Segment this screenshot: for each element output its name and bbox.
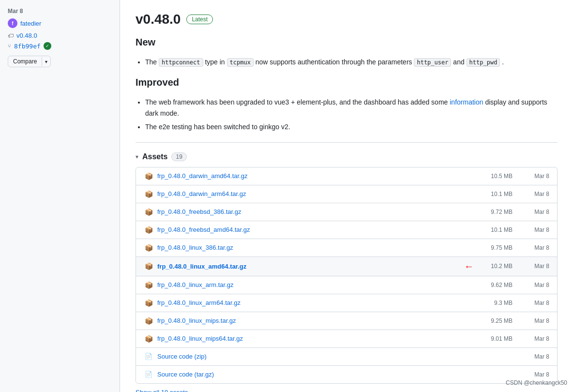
show-all-assets-link[interactable]: Show all 19 assets — [136, 389, 188, 392]
archive-icon-6: 📦 — [144, 280, 153, 290]
source-date-0: Mar 8 — [520, 353, 549, 360]
archive-icon-9: 📦 — [144, 334, 153, 344]
compare-button[interactable]: Compare ▾ — [8, 56, 51, 67]
asset-size-1: 10.1 MB — [474, 191, 513, 197]
improved-item-2: The e2e testing has been switched to gin… — [145, 121, 558, 132]
tcpmux-code: tcpmux — [227, 58, 254, 67]
assets-toggle[interactable]: ▾ — [136, 153, 138, 160]
asset-size-9: 9.01 MB — [474, 335, 513, 342]
compare-arrow: ▾ — [42, 57, 50, 66]
release-title-row: v0.48.0 Latest — [136, 12, 558, 27]
httpconnect-code: httpconnect — [159, 58, 203, 67]
new-item-and: and — [453, 58, 466, 66]
asset-row-7: 📦 frp_0.48.0_linux_arm64.tar.gz 9.3 MB M… — [136, 294, 557, 312]
asset-row-8: 📦 frp_0.48.0_linux_mips.tar.gz 9.25 MB M… — [136, 312, 557, 330]
tag-icon: 🏷 — [8, 32, 14, 39]
asset-link-8[interactable]: frp_0.48.0_linux_mips.tar.gz — [157, 317, 474, 324]
asset-date-0: Mar 8 — [520, 173, 549, 180]
archive-icon-8: 📦 — [144, 316, 153, 326]
new-item-1: The httpconnect type in tcpmux now suppo… — [145, 57, 558, 67]
sidebar: Mar 8 f fatedier 🏷 v0.48.0 ⑂ 8fb99ef ✓ C… — [0, 0, 120, 392]
asset-size-6: 9.62 MB — [474, 282, 513, 288]
source-date-1: Mar 8 — [520, 371, 549, 378]
asset-row-2: 📦 frp_0.48.0_freebsd_386.tar.gz 9.72 MB … — [136, 203, 557, 221]
new-item-prefix: The — [145, 58, 159, 66]
red-arrow-indicator: ← — [464, 261, 474, 272]
asset-size-5: 10.2 MB — [474, 263, 513, 270]
improved-heading: Improved — [136, 77, 558, 91]
commit-row: ⑂ 8fb99ef ✓ — [8, 42, 112, 50]
new-item-end: . — [502, 58, 504, 66]
assets-header: ▾ Assets 19 — [136, 152, 558, 161]
asset-link-2[interactable]: frp_0.48.0_freebsd_386.tar.gz — [157, 208, 474, 215]
assets-table: 📦 frp_0.48.0_darwin_amd64.tar.gz 10.5 MB… — [136, 167, 558, 384]
asset-size-0: 10.5 MB — [474, 173, 513, 180]
tag-link[interactable]: v0.48.0 — [16, 32, 37, 39]
asset-link-6[interactable]: frp_0.48.0_linux_arm.tar.gz — [157, 281, 474, 288]
asset-date-3: Mar 8 — [520, 226, 549, 233]
compare-label: Compare — [8, 56, 42, 67]
source-link-1[interactable]: Source code (tar.gz) — [157, 371, 474, 378]
commit-link[interactable]: 8fb99ef — [14, 43, 41, 50]
asset-date-1: Mar 8 — [520, 191, 549, 197]
divider — [136, 142, 558, 143]
asset-link-0[interactable]: frp_0.48.0_darwin_amd64.tar.gz — [157, 172, 474, 180]
asset-row-3: 📦 frp_0.48.0_freebsd_amd64.tar.gz 10.1 M… — [136, 221, 557, 239]
archive-icon-3: 📦 — [144, 225, 153, 235]
username-link[interactable]: fatedier — [20, 20, 41, 27]
sidebar-user: f fatedier — [8, 18, 112, 28]
info-link[interactable]: information — [450, 98, 483, 106]
asset-link-3[interactable]: frp_0.48.0_freebsd_amd64.tar.gz — [157, 226, 474, 233]
asset-size-4: 9.75 MB — [474, 244, 513, 251]
new-item-suffix: now supports authentication through the … — [256, 58, 414, 66]
sidebar-tag-row: 🏷 v0.48.0 — [8, 32, 112, 39]
asset-size-2: 9.72 MB — [474, 209, 513, 215]
asset-link-4[interactable]: frp_0.48.0_linux_386.tar.gz — [157, 244, 474, 251]
http-pwd-code: http_pwd — [467, 58, 500, 67]
asset-size-3: 10.1 MB — [474, 226, 513, 233]
http-user-code: http_user — [414, 58, 451, 67]
archive-icon-4: 📦 — [144, 243, 153, 253]
assets-count: 19 — [171, 152, 186, 161]
asset-link-7[interactable]: frp_0.48.0_linux_arm64.tar.gz — [157, 299, 474, 306]
asset-link-5[interactable]: frp_0.48.0_linux_amd64.tar.gz — [157, 263, 460, 270]
archive-icon-1: 📦 — [144, 189, 153, 199]
archive-icon-5: 📦 — [144, 261, 153, 271]
source-row-1: 📄 Source code (tar.gz) Mar 8 — [136, 366, 557, 383]
new-item-middle: type in — [205, 58, 226, 66]
asset-link-1[interactable]: frp_0.48.0_darwin_arm64.tar.gz — [157, 190, 474, 197]
asset-date-6: Mar 8 — [520, 282, 549, 288]
sidebar-date: Mar 8 — [8, 8, 112, 15]
asset-date-8: Mar 8 — [520, 317, 549, 324]
verified-badge: ✓ — [44, 42, 51, 50]
archive-icon-2: 📦 — [144, 207, 153, 217]
source-row-0: 📄 Source code (zip) Mar 8 — [136, 348, 557, 366]
source-link-0[interactable]: Source code (zip) — [157, 353, 474, 360]
new-list: The httpconnect type in tcpmux now suppo… — [136, 57, 558, 67]
asset-row-0: 📦 frp_0.48.0_darwin_amd64.tar.gz 10.5 MB… — [136, 167, 557, 185]
asset-row-9: 📦 frp_0.48.0_linux_mips64.tar.gz 9.01 MB… — [136, 330, 557, 348]
latest-badge: Latest — [186, 15, 213, 24]
asset-date-2: Mar 8 — [520, 209, 549, 215]
source-icon-0: 📄 — [144, 352, 153, 362]
commit-icon: ⑂ — [8, 43, 11, 49]
asset-row-4: 📦 frp_0.48.0_linux_386.tar.gz 9.75 MB Ma… — [136, 239, 557, 257]
asset-row-1: 📦 frp_0.48.0_darwin_arm64.tar.gz 10.1 MB… — [136, 185, 557, 203]
main-content: v0.48.0 Latest New The httpconnect type … — [120, 0, 573, 392]
source-icon-1: 📄 — [144, 370, 153, 379]
asset-date-4: Mar 8 — [520, 244, 549, 251]
asset-row-6: 📦 frp_0.48.0_linux_arm.tar.gz 9.62 MB Ma… — [136, 276, 557, 294]
asset-date-9: Mar 8 — [520, 335, 549, 342]
assets-title: Assets — [142, 152, 167, 161]
improved-list: The web framework has been upgraded to v… — [136, 97, 558, 132]
archive-icon-7: 📦 — [144, 298, 153, 308]
new-heading: New — [136, 37, 558, 51]
asset-size-8: 9.25 MB — [474, 317, 513, 324]
improved-item-1: The web framework has been upgraded to v… — [145, 97, 558, 119]
archive-icon-0: 📦 — [144, 171, 153, 181]
release-version: v0.48.0 — [136, 12, 181, 27]
asset-row-5: 📦 frp_0.48.0_linux_amd64.tar.gz ← 10.2 M… — [136, 257, 557, 276]
asset-date-7: Mar 8 — [520, 300, 549, 306]
asset-link-9[interactable]: frp_0.48.0_linux_mips64.tar.gz — [157, 335, 474, 342]
avatar: f — [8, 18, 17, 28]
